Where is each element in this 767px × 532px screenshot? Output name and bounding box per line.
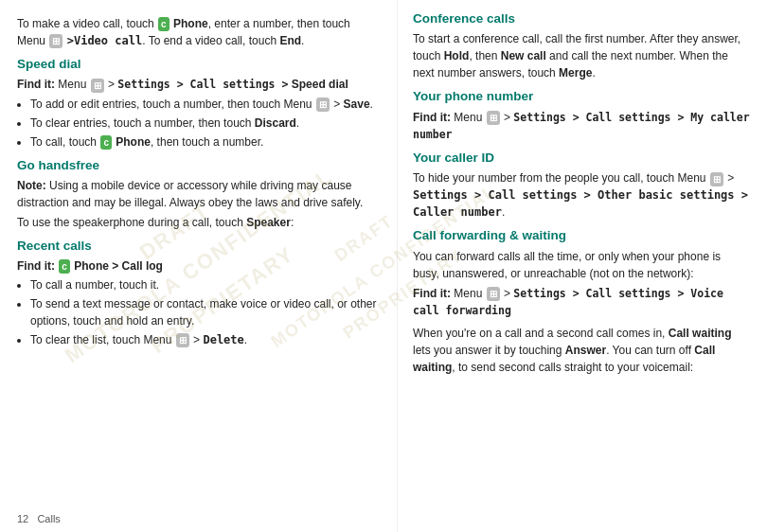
your-phone-number-heading: Your phone number [413, 87, 750, 106]
recent-calls-list: To call a number, touch it. To send a te… [30, 276, 380, 348]
page-footer: 12 Calls [17, 511, 61, 527]
list-item: To send a text message or contact, make … [30, 295, 380, 329]
list-item: To call, touch c Phone, then touch a num… [30, 133, 380, 151]
caller-id-para: To hide your number from the people you … [413, 169, 750, 221]
phone-icon-call: c [100, 135, 112, 150]
conference-calls-para: To start a conference call, call the fir… [413, 30, 750, 81]
left-column: To make a video call, touch c Phone, ent… [0, 0, 398, 532]
menu-icon: ⊞ [49, 34, 62, 48]
speakerphone-para: To use the speakerphone during a call, t… [17, 214, 380, 231]
menu-icon-delete: ⊞ [176, 333, 189, 347]
go-handsfree-note: Note: Using a mobile device or accessory… [17, 177, 380, 211]
speed-dial-heading: Speed dial [17, 55, 380, 74]
list-item: To clear entries, touch a number, then t… [30, 115, 380, 132]
video-call-intro-para: To make a video call, touch c Phone, ent… [17, 15, 380, 49]
speed-dial-find-it: Find it: Menu ⊞ > Settings > Call settin… [17, 76, 380, 93]
your-phone-find-it: Find it: Menu ⊞ > Settings > Call settin… [413, 109, 750, 144]
page-label: Calls [37, 513, 60, 524]
menu-icon-save: ⊞ [316, 98, 330, 112]
recent-calls-find-it: Find it: c Phone > Call log [17, 257, 380, 275]
go-handsfree-heading: Go handsfree [17, 156, 380, 175]
page: To make a video call, touch c Phone, ent… [0, 0, 767, 532]
phone-icon-recent: c [59, 259, 70, 274]
speed-dial-list: To add or edit entries, touch a number, … [30, 96, 380, 151]
list-item: To add or edit entries, touch a number, … [30, 96, 380, 113]
menu-icon-phone-num: ⊞ [487, 111, 500, 125]
call-forwarding-heading: Call forwarding & waiting [413, 226, 750, 245]
phone-icon: c [158, 17, 169, 31]
your-caller-id-heading: Your caller ID [413, 149, 750, 168]
page-number: 12 [17, 513, 28, 524]
menu-icon-forwarding: ⊞ [487, 287, 500, 301]
list-item: To call a number, touch it. [30, 276, 380, 293]
call-waiting-para: When you're on a call and a second call … [413, 325, 750, 376]
conference-calls-heading: Conference calls [413, 9, 750, 28]
right-column: Conference calls To start a conference c… [398, 0, 767, 532]
list-item: To clear the list, touch Menu ⊞ > Delete… [30, 331, 380, 348]
call-forwarding-find-it: Find it: Menu ⊞ > Settings > Call settin… [413, 285, 750, 320]
call-forwarding-intro: You can forward calls all the time, or o… [413, 248, 750, 282]
menu-icon-caller: ⊞ [710, 172, 723, 186]
menu-icon-speed: ⊞ [91, 79, 104, 93]
recent-calls-heading: Recent calls [17, 237, 380, 256]
